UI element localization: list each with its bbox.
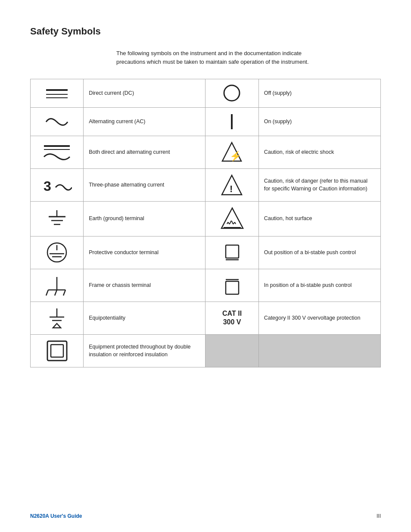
symbol-cell-left-0 — [31, 79, 84, 108]
desc-cell-right-7: Category II 300 V overvoltage protection — [258, 302, 380, 335]
symbol-cell-left-5 — [31, 236, 84, 269]
footer-left: N2620A User's Guide — [30, 513, 82, 519]
svg-rect-36 — [51, 345, 63, 357]
svg-text:!: ! — [230, 184, 233, 194]
desc-cell-left-0: Direct current (DC) — [84, 79, 206, 108]
svg-line-26 — [46, 290, 48, 296]
symbol-cell-right-8 — [206, 335, 258, 367]
svg-rect-29 — [226, 281, 239, 294]
desc-cell-left-5: Protective conductor terminal — [84, 236, 206, 269]
desc-cell-right-8 — [258, 335, 380, 367]
desc-cell-left-7: Equipotentiality — [84, 302, 206, 335]
symbol-cell-right-5 — [206, 236, 258, 269]
desc-cell-right-6: In position of a bi-stable push control — [258, 269, 380, 302]
svg-marker-16 — [221, 208, 243, 228]
desc-cell-right-1: On (supply) — [258, 108, 380, 136]
intro-text: The following symbols on the instrument … — [116, 49, 323, 66]
symbol-cell-left-3: 3 — [31, 169, 84, 202]
symbol-cell-left-6 — [31, 269, 84, 302]
footer: N2620A User's Guide III — [30, 513, 381, 519]
symbol-cell-right-7: CAT II300 V — [206, 302, 258, 335]
footer-right: III — [377, 513, 381, 519]
desc-cell-left-2: Both direct and alternating current — [84, 136, 206, 169]
desc-cell-right-0: Off (supply) — [258, 79, 380, 108]
symbol-cell-right-1 — [206, 108, 258, 136]
symbol-cell-right-0 — [206, 79, 258, 108]
svg-line-27 — [55, 290, 57, 296]
desc-cell-left-3: Three-phase alternating current — [84, 169, 206, 202]
symbol-cell-left-4 — [31, 202, 84, 236]
svg-text:⚡: ⚡ — [230, 150, 242, 162]
desc-cell-right-4: Caution, hot surface — [258, 202, 380, 236]
desc-cell-right-5: Out position of a bi-stable push control — [258, 236, 380, 269]
symbol-cell-right-6 — [206, 269, 258, 302]
desc-cell-left-1: Alternating current (AC) — [84, 108, 206, 136]
symbol-cell-right-3: ! — [206, 169, 258, 202]
svg-point-3 — [224, 85, 240, 101]
svg-rect-22 — [226, 245, 239, 258]
desc-cell-right-3: Caution, risk of danger (refer to this m… — [258, 169, 380, 202]
symbol-cell-left-1 — [31, 108, 84, 136]
symbol-cell-right-4 — [206, 202, 258, 236]
symbol-cell-left-8 — [31, 335, 84, 367]
desc-cell-left-6: Frame or chassis terminal — [84, 269, 206, 302]
desc-cell-left-4: Earth (ground) terminal — [84, 202, 206, 236]
page-title: Safety Symbols — [30, 26, 381, 37]
svg-marker-34 — [53, 324, 61, 328]
symbol-cell-right-2: ⚡ — [206, 136, 258, 169]
symbols-table: Direct current (DC) Off (supply) Alterna… — [30, 79, 381, 367]
svg-text:3: 3 — [44, 178, 51, 194]
symbol-cell-left-2 — [31, 136, 84, 169]
desc-cell-right-2: Caution, risk of electric shock — [258, 136, 380, 169]
svg-line-28 — [63, 290, 65, 296]
symbol-cell-left-7 — [31, 302, 84, 335]
desc-cell-left-8: Equipment protected throughout by double… — [84, 335, 206, 367]
